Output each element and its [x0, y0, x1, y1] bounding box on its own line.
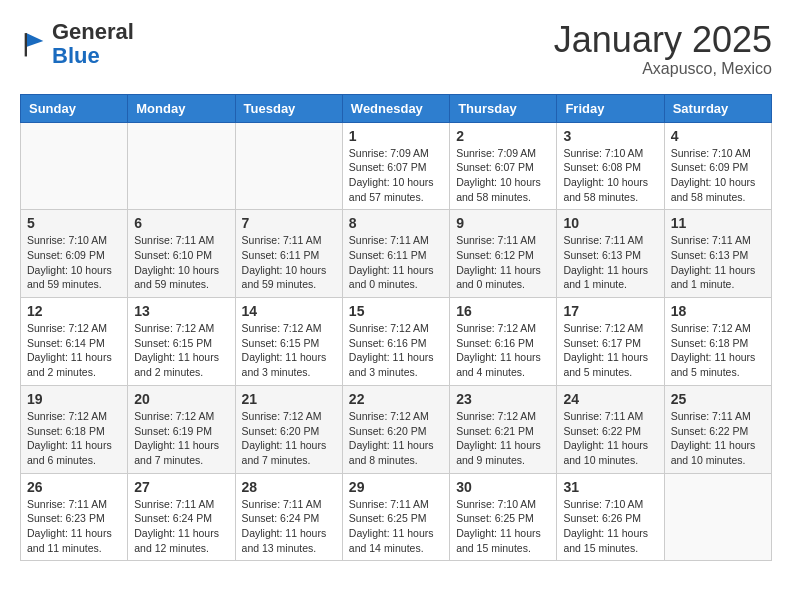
logo-text: General Blue	[52, 20, 134, 68]
calendar-cell: 22Sunrise: 7:12 AM Sunset: 6:20 PM Dayli…	[342, 385, 449, 473]
day-number: 5	[27, 215, 121, 231]
calendar-week-row: 5Sunrise: 7:10 AM Sunset: 6:09 PM Daylig…	[21, 210, 772, 298]
day-info: Sunrise: 7:09 AM Sunset: 6:07 PM Dayligh…	[349, 146, 443, 205]
calendar-week-row: 26Sunrise: 7:11 AM Sunset: 6:23 PM Dayli…	[21, 473, 772, 561]
calendar-cell	[235, 122, 342, 210]
calendar-cell: 6Sunrise: 7:11 AM Sunset: 6:10 PM Daylig…	[128, 210, 235, 298]
day-info: Sunrise: 7:12 AM Sunset: 6:16 PM Dayligh…	[456, 321, 550, 380]
day-number: 9	[456, 215, 550, 231]
weekday-header: Saturday	[664, 94, 771, 122]
day-number: 21	[242, 391, 336, 407]
calendar-cell: 12Sunrise: 7:12 AM Sunset: 6:14 PM Dayli…	[21, 298, 128, 386]
calendar-cell: 5Sunrise: 7:10 AM Sunset: 6:09 PM Daylig…	[21, 210, 128, 298]
day-number: 23	[456, 391, 550, 407]
day-number: 12	[27, 303, 121, 319]
svg-rect-2	[25, 33, 27, 56]
day-info: Sunrise: 7:12 AM Sunset: 6:17 PM Dayligh…	[563, 321, 657, 380]
day-info: Sunrise: 7:12 AM Sunset: 6:16 PM Dayligh…	[349, 321, 443, 380]
title-section: January 2025 Axapusco, Mexico	[554, 20, 772, 78]
day-info: Sunrise: 7:12 AM Sunset: 6:18 PM Dayligh…	[27, 409, 121, 468]
calendar-cell: 3Sunrise: 7:10 AM Sunset: 6:08 PM Daylig…	[557, 122, 664, 210]
calendar-header-row: SundayMondayTuesdayWednesdayThursdayFrid…	[21, 94, 772, 122]
day-info: Sunrise: 7:11 AM Sunset: 6:11 PM Dayligh…	[242, 233, 336, 292]
weekday-header: Monday	[128, 94, 235, 122]
day-number: 3	[563, 128, 657, 144]
calendar-cell: 8Sunrise: 7:11 AM Sunset: 6:11 PM Daylig…	[342, 210, 449, 298]
day-number: 10	[563, 215, 657, 231]
calendar-cell: 15Sunrise: 7:12 AM Sunset: 6:16 PM Dayli…	[342, 298, 449, 386]
day-number: 6	[134, 215, 228, 231]
day-info: Sunrise: 7:10 AM Sunset: 6:26 PM Dayligh…	[563, 497, 657, 556]
calendar-cell: 4Sunrise: 7:10 AM Sunset: 6:09 PM Daylig…	[664, 122, 771, 210]
day-info: Sunrise: 7:11 AM Sunset: 6:13 PM Dayligh…	[671, 233, 765, 292]
day-number: 7	[242, 215, 336, 231]
day-number: 27	[134, 479, 228, 495]
day-info: Sunrise: 7:11 AM Sunset: 6:10 PM Dayligh…	[134, 233, 228, 292]
day-number: 29	[349, 479, 443, 495]
weekday-header: Friday	[557, 94, 664, 122]
calendar-cell: 21Sunrise: 7:12 AM Sunset: 6:20 PM Dayli…	[235, 385, 342, 473]
calendar-cell: 14Sunrise: 7:12 AM Sunset: 6:15 PM Dayli…	[235, 298, 342, 386]
day-info: Sunrise: 7:12 AM Sunset: 6:15 PM Dayligh…	[134, 321, 228, 380]
logo-blue: Blue	[52, 43, 100, 68]
day-number: 1	[349, 128, 443, 144]
day-number: 30	[456, 479, 550, 495]
calendar-cell	[21, 122, 128, 210]
logo: General Blue	[20, 20, 134, 68]
location: Axapusco, Mexico	[554, 60, 772, 78]
day-number: 24	[563, 391, 657, 407]
calendar-week-row: 12Sunrise: 7:12 AM Sunset: 6:14 PM Dayli…	[21, 298, 772, 386]
calendar-cell: 7Sunrise: 7:11 AM Sunset: 6:11 PM Daylig…	[235, 210, 342, 298]
logo-icon	[20, 30, 48, 58]
calendar-cell: 28Sunrise: 7:11 AM Sunset: 6:24 PM Dayli…	[235, 473, 342, 561]
day-number: 14	[242, 303, 336, 319]
calendar: SundayMondayTuesdayWednesdayThursdayFrid…	[20, 94, 772, 562]
weekday-header: Sunday	[21, 94, 128, 122]
day-number: 8	[349, 215, 443, 231]
calendar-cell: 24Sunrise: 7:11 AM Sunset: 6:22 PM Dayli…	[557, 385, 664, 473]
calendar-cell: 16Sunrise: 7:12 AM Sunset: 6:16 PM Dayli…	[450, 298, 557, 386]
day-info: Sunrise: 7:11 AM Sunset: 6:12 PM Dayligh…	[456, 233, 550, 292]
page-header: General Blue January 2025 Axapusco, Mexi…	[20, 20, 772, 78]
calendar-cell: 29Sunrise: 7:11 AM Sunset: 6:25 PM Dayli…	[342, 473, 449, 561]
day-info: Sunrise: 7:10 AM Sunset: 6:09 PM Dayligh…	[671, 146, 765, 205]
calendar-cell: 20Sunrise: 7:12 AM Sunset: 6:19 PM Dayli…	[128, 385, 235, 473]
day-info: Sunrise: 7:12 AM Sunset: 6:19 PM Dayligh…	[134, 409, 228, 468]
calendar-week-row: 19Sunrise: 7:12 AM Sunset: 6:18 PM Dayli…	[21, 385, 772, 473]
day-info: Sunrise: 7:11 AM Sunset: 6:25 PM Dayligh…	[349, 497, 443, 556]
calendar-cell: 19Sunrise: 7:12 AM Sunset: 6:18 PM Dayli…	[21, 385, 128, 473]
day-info: Sunrise: 7:11 AM Sunset: 6:22 PM Dayligh…	[563, 409, 657, 468]
calendar-cell: 23Sunrise: 7:12 AM Sunset: 6:21 PM Dayli…	[450, 385, 557, 473]
month-title: January 2025	[554, 20, 772, 60]
calendar-cell: 26Sunrise: 7:11 AM Sunset: 6:23 PM Dayli…	[21, 473, 128, 561]
weekday-header: Thursday	[450, 94, 557, 122]
day-number: 18	[671, 303, 765, 319]
day-info: Sunrise: 7:11 AM Sunset: 6:11 PM Dayligh…	[349, 233, 443, 292]
day-info: Sunrise: 7:11 AM Sunset: 6:24 PM Dayligh…	[134, 497, 228, 556]
calendar-cell: 1Sunrise: 7:09 AM Sunset: 6:07 PM Daylig…	[342, 122, 449, 210]
calendar-cell: 13Sunrise: 7:12 AM Sunset: 6:15 PM Dayli…	[128, 298, 235, 386]
calendar-cell: 17Sunrise: 7:12 AM Sunset: 6:17 PM Dayli…	[557, 298, 664, 386]
day-info: Sunrise: 7:10 AM Sunset: 6:25 PM Dayligh…	[456, 497, 550, 556]
day-info: Sunrise: 7:09 AM Sunset: 6:07 PM Dayligh…	[456, 146, 550, 205]
day-info: Sunrise: 7:11 AM Sunset: 6:24 PM Dayligh…	[242, 497, 336, 556]
day-info: Sunrise: 7:10 AM Sunset: 6:09 PM Dayligh…	[27, 233, 121, 292]
day-number: 2	[456, 128, 550, 144]
day-number: 22	[349, 391, 443, 407]
calendar-cell: 9Sunrise: 7:11 AM Sunset: 6:12 PM Daylig…	[450, 210, 557, 298]
day-info: Sunrise: 7:12 AM Sunset: 6:14 PM Dayligh…	[27, 321, 121, 380]
day-number: 16	[456, 303, 550, 319]
day-info: Sunrise: 7:12 AM Sunset: 6:15 PM Dayligh…	[242, 321, 336, 380]
day-info: Sunrise: 7:11 AM Sunset: 6:23 PM Dayligh…	[27, 497, 121, 556]
day-info: Sunrise: 7:12 AM Sunset: 6:20 PM Dayligh…	[242, 409, 336, 468]
day-info: Sunrise: 7:12 AM Sunset: 6:20 PM Dayligh…	[349, 409, 443, 468]
weekday-header: Tuesday	[235, 94, 342, 122]
calendar-cell: 10Sunrise: 7:11 AM Sunset: 6:13 PM Dayli…	[557, 210, 664, 298]
day-number: 11	[671, 215, 765, 231]
day-info: Sunrise: 7:10 AM Sunset: 6:08 PM Dayligh…	[563, 146, 657, 205]
day-number: 19	[27, 391, 121, 407]
day-number: 28	[242, 479, 336, 495]
calendar-cell	[128, 122, 235, 210]
day-number: 20	[134, 391, 228, 407]
logo-general: General	[52, 19, 134, 44]
